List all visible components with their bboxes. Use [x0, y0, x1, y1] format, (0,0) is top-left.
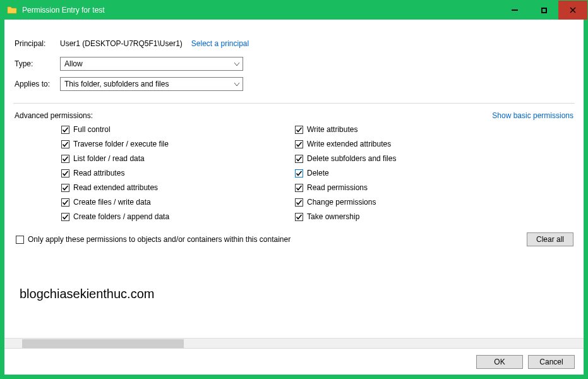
permission-checkbox[interactable] — [295, 198, 303, 207]
permission-checkbox[interactable] — [295, 126, 303, 134]
applies-to-select[interactable]: This folder, subfolders and files — [60, 77, 243, 91]
titlebar: Permission Entry for test — [1, 1, 587, 20]
scrollbar-thumb[interactable] — [22, 339, 184, 348]
permission-label: List folder / read data — [73, 154, 145, 163]
applies-to-label: Applies to: — [15, 80, 60, 88]
principal-value: User1 (DESKTOP-U7RQ5F1\User1) — [60, 39, 183, 48]
permission-label: Read extended attributes — [73, 183, 158, 192]
maximize-button[interactable] — [529, 1, 558, 20]
permission-item: Take ownership — [295, 211, 510, 222]
permission-item: Create folders / append data — [61, 211, 276, 222]
permission-item: Read extended attributes — [61, 182, 276, 193]
permission-label: Write extended attributes — [307, 140, 391, 148]
permission-checkbox[interactable] — [295, 140, 303, 148]
only-apply-label: Only apply these permissions to objects … — [28, 235, 291, 244]
permission-item: Delete — [295, 167, 510, 179]
cancel-button[interactable]: Cancel — [528, 355, 575, 369]
type-select[interactable]: Allow — [60, 57, 243, 71]
permissions-col-1: Full controlTraverse folder / execute fi… — [61, 124, 276, 222]
permission-label: Delete subfolders and files — [307, 154, 396, 163]
horizontal-scrollbar[interactable] — [4, 338, 584, 348]
permission-label: Take ownership — [307, 212, 359, 221]
permission-entry-window: Permission Entry for test Principal: Use… — [0, 0, 588, 379]
permission-label: Read permissions — [307, 183, 368, 192]
window-title: Permission Entry for test — [22, 6, 105, 15]
permission-label: Change permissions — [307, 198, 376, 207]
permission-item: Read attributes — [61, 167, 276, 179]
permission-label: Delete — [307, 169, 329, 177]
ok-button[interactable]: OK — [476, 355, 523, 369]
principal-section: Principal: User1 (DESKTOP-U7RQ5F1\User1)… — [13, 28, 575, 103]
show-basic-permissions-link[interactable]: Show basic permissions — [492, 111, 573, 120]
permission-item: Full control — [61, 124, 276, 135]
permission-item: List folder / read data — [61, 153, 276, 164]
permission-item: Write extended attributes — [295, 138, 510, 150]
permission-label: Full control — [73, 125, 111, 134]
permission-checkbox[interactable] — [61, 169, 69, 177]
permission-checkbox[interactable] — [61, 126, 69, 134]
permission-checkbox[interactable] — [295, 169, 303, 177]
watermark: blogchiasekienthuc.com — [13, 250, 575, 306]
advanced-permissions-header: Advanced permissions: — [15, 111, 93, 120]
folder-icon — [7, 5, 17, 15]
permission-checkbox[interactable] — [61, 140, 69, 148]
permission-item: Traverse folder / execute file — [61, 138, 276, 150]
permission-checkbox[interactable] — [61, 155, 69, 163]
client-area: Principal: User1 (DESKTOP-U7RQ5F1\User1)… — [1, 20, 587, 378]
principal-label: Principal: — [15, 39, 60, 48]
permission-item: Change permissions — [295, 196, 510, 208]
permission-label: Traverse folder / execute file — [73, 140, 169, 148]
clear-all-button[interactable]: Clear all — [527, 232, 573, 246]
permission-label: Read attributes — [73, 169, 124, 177]
permission-checkbox[interactable] — [61, 198, 69, 207]
minimize-button[interactable] — [500, 1, 529, 20]
permission-item: Write attributes — [295, 124, 510, 135]
advanced-permissions-section: Advanced permissions: Show basic permiss… — [13, 103, 575, 250]
permission-item: Read permissions — [295, 182, 510, 193]
permission-label: Create folders / append data — [73, 212, 169, 221]
close-button[interactable] — [558, 1, 587, 20]
permissions-col-2: Write attributesWrite extended attribute… — [295, 124, 510, 222]
type-select-value: Allow — [64, 59, 83, 68]
permissions-columns: Full controlTraverse folder / execute fi… — [15, 124, 573, 222]
only-apply-checkbox[interactable] — [16, 236, 24, 244]
window-controls — [500, 1, 587, 20]
permission-checkbox[interactable] — [295, 155, 303, 163]
type-label: Type: — [15, 59, 60, 68]
permission-label: Write attributes — [307, 125, 357, 134]
permission-item: Delete subfolders and files — [295, 153, 510, 164]
dialog-footer: OK Cancel — [4, 348, 584, 375]
permission-checkbox[interactable] — [61, 184, 69, 192]
select-principal-link[interactable]: Select a principal — [191, 39, 249, 48]
applies-to-select-value: This folder, subfolders and files — [64, 80, 169, 88]
permission-checkbox[interactable] — [61, 213, 69, 221]
permission-label: Create files / write data — [73, 198, 151, 207]
permission-checkbox[interactable] — [295, 184, 303, 192]
permission-checkbox[interactable] — [295, 213, 303, 221]
permission-item: Create files / write data — [61, 196, 276, 208]
